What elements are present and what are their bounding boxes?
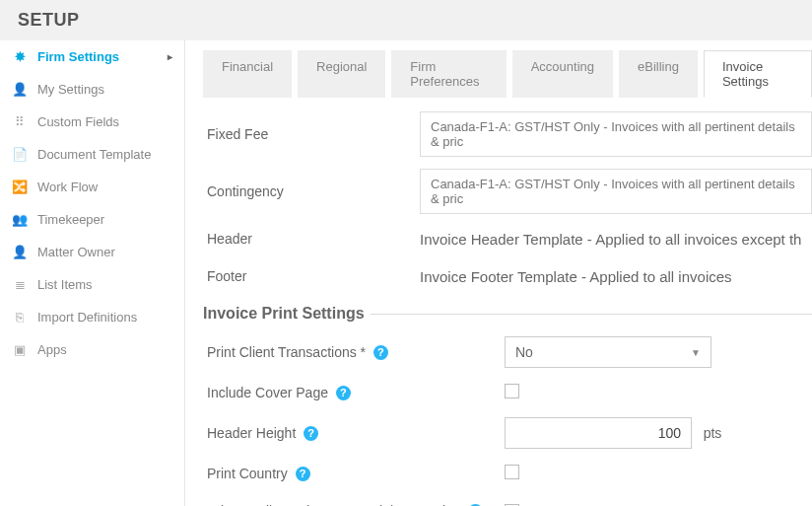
invoice-print-settings-fieldset: Invoice Print Settings Print Client Tran… bbox=[203, 305, 812, 506]
print-client-transactions-label: Print Client Transactions * ? bbox=[203, 344, 499, 361]
sidebar-item-label: List Items bbox=[37, 277, 93, 292]
users-icon: 👥 bbox=[12, 212, 28, 227]
row-fixed-fee: Fixed Fee Canada-F1-A: GST/HST Only - In… bbox=[203, 106, 812, 163]
page-header: SETUP bbox=[0, 0, 812, 40]
sidebar-item-label: Import Definitions bbox=[37, 310, 137, 325]
sidebar-item-label: Firm Settings bbox=[37, 49, 119, 64]
sidebar-item-apps[interactable]: ▣ Apps bbox=[0, 333, 184, 366]
header-height-label: Header Height ? bbox=[203, 425, 499, 442]
user-icon: 👤 bbox=[12, 245, 28, 259]
help-icon[interactable]: ? bbox=[304, 426, 318, 441]
tab-financial[interactable]: Financial bbox=[203, 50, 292, 98]
row-header: Header Invoice Header Template - Applied… bbox=[203, 220, 812, 257]
list-icon: ≣ bbox=[12, 277, 28, 292]
sidebar-item-custom-fields[interactable]: ⠿ Custom Fields bbox=[0, 106, 184, 138]
footer-value: Invoice Footer Template - Applied to all… bbox=[420, 268, 812, 285]
user-icon: 👤 bbox=[12, 82, 28, 97]
contingency-label: Contingency bbox=[203, 183, 420, 199]
sidebar-item-matter-owner[interactable]: 👤 Matter Owner bbox=[0, 236, 184, 268]
sidebar-item-my-settings[interactable]: 👤 My Settings bbox=[0, 73, 184, 106]
print-country-checkbox[interactable] bbox=[505, 465, 519, 479]
header-value: Invoice Header Template - Applied to all… bbox=[420, 231, 812, 248]
fixed-fee-select[interactable]: Canada-F1-A: GST/HST Only - Invoices wit… bbox=[420, 111, 812, 157]
row-footer: Footer Invoice Footer Template - Applied… bbox=[203, 257, 812, 295]
fixed-fee-label: Fixed Fee bbox=[203, 126, 420, 142]
row-print-cc-link: Print Credit Card Payment Link In Invoic… bbox=[203, 492, 812, 506]
help-icon[interactable]: ? bbox=[296, 467, 310, 481]
help-icon[interactable]: ? bbox=[373, 345, 388, 360]
tab-accounting[interactable]: Accounting bbox=[512, 50, 613, 98]
sidebar-item-label: Matter Owner bbox=[37, 245, 115, 259]
tab-ebilling[interactable]: eBilling bbox=[619, 50, 698, 98]
sidebar-item-label: Custom Fields bbox=[37, 114, 119, 129]
shuffle-icon: 🔀 bbox=[12, 180, 28, 194]
footer-label: Footer bbox=[203, 268, 420, 284]
invoice-print-settings-legend: Invoice Print Settings bbox=[203, 305, 371, 323]
sidebar-item-work-flow[interactable]: 🔀 Work Flow bbox=[0, 171, 184, 203]
print-cc-link-label: Print Credit Card Payment Link In Invoic… bbox=[203, 503, 499, 506]
sidebar-item-timekeeper[interactable]: 👥 Timekeeper bbox=[0, 203, 184, 236]
tab-regional[interactable]: Regional bbox=[298, 50, 385, 98]
row-include-cover-page: Include Cover Page ? bbox=[203, 374, 812, 411]
sidebar-item-import-definitions[interactable]: ⎘ Import Definitions bbox=[0, 301, 184, 333]
row-print-client-transactions: Print Client Transactions * ? No ▼ bbox=[203, 330, 812, 374]
tab-invoice-settings[interactable]: Invoice Settings bbox=[704, 50, 812, 98]
row-print-country: Print Country ? bbox=[203, 455, 812, 492]
sidebar-item-firm-settings[interactable]: ✸ Firm Settings ▸ bbox=[0, 40, 184, 73]
include-cover-page-checkbox[interactable] bbox=[505, 384, 519, 398]
grid-icon: ⠿ bbox=[12, 114, 28, 129]
chevron-down-icon: ▼ bbox=[691, 347, 701, 358]
chevron-right-icon: ▸ bbox=[168, 51, 172, 62]
sidebar-item-list-items[interactable]: ≣ List Items bbox=[0, 268, 184, 301]
help-icon[interactable]: ? bbox=[336, 386, 351, 400]
sidebar-item-label: Apps bbox=[37, 342, 67, 357]
row-contingency: Contingency Canada-F1-A: GST/HST Only - … bbox=[203, 163, 812, 220]
header-height-input[interactable] bbox=[505, 417, 692, 449]
main-panel: Financial Regional Firm Preferences Acco… bbox=[185, 40, 812, 506]
header-label: Header bbox=[203, 231, 420, 247]
apps-icon: ▣ bbox=[12, 342, 28, 357]
sidebar-item-document-template[interactable]: 📄 Document Template bbox=[0, 138, 184, 171]
print-client-transactions-select[interactable]: No ▼ bbox=[505, 336, 711, 368]
header-height-unit: pts bbox=[704, 425, 722, 441]
sidebar: ✸ Firm Settings ▸ 👤 My Settings ⠿ Custom… bbox=[0, 40, 185, 506]
print-country-label: Print Country ? bbox=[203, 466, 499, 482]
tab-bar: Financial Regional Firm Preferences Acco… bbox=[203, 50, 812, 98]
import-icon: ⎘ bbox=[12, 310, 28, 325]
page-title: SETUP bbox=[18, 10, 794, 31]
include-cover-page-label: Include Cover Page ? bbox=[203, 385, 499, 401]
document-icon: 📄 bbox=[12, 147, 28, 162]
sidebar-item-label: Work Flow bbox=[37, 180, 98, 194]
sidebar-item-label: Document Template bbox=[37, 147, 151, 162]
tab-firm-preferences[interactable]: Firm Preferences bbox=[391, 50, 506, 98]
sidebar-item-label: Timekeeper bbox=[37, 212, 104, 227]
gear-icon: ✸ bbox=[12, 49, 28, 64]
row-header-height: Header Height ? pts bbox=[203, 411, 812, 455]
sidebar-item-label: My Settings bbox=[37, 82, 104, 97]
contingency-select[interactable]: Canada-F1-A: GST/HST Only - Invoices wit… bbox=[420, 169, 812, 214]
